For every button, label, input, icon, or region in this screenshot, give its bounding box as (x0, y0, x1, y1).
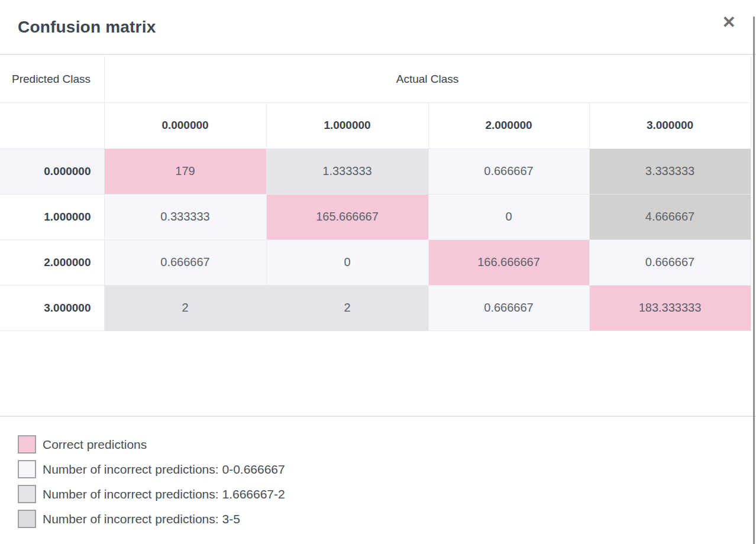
column-header: 1.000000 (266, 102, 428, 148)
legend-item-label: Number of incorrect predictions: 3-5 (43, 512, 240, 526)
legend-item-label: Number of incorrect predictions: 1.66666… (43, 487, 285, 501)
confusion-matrix-table: Predicted Class Actual Class 0.000000 1.… (0, 56, 751, 331)
matrix-cell: 1.333333 (266, 148, 428, 194)
vertical-scrollbar[interactable] (753, 17, 755, 544)
column-header: 0.000000 (104, 102, 266, 148)
table-row: 0.000000 179 1.333333 0.666667 3.333333 (0, 148, 751, 194)
row-header: 0.000000 (0, 148, 104, 194)
legend: Correct predictions Number of incorrect … (18, 435, 285, 535)
matrix-cell: 3.333333 (589, 148, 751, 194)
incorrect-mid-color-swatch (18, 485, 36, 503)
matrix-cell: 179 (104, 148, 266, 194)
legend-item-label: Correct predictions (43, 438, 147, 452)
row-header: 2.000000 (0, 239, 104, 285)
legend-separator (0, 416, 756, 417)
legend-item-incorrect-mid: Number of incorrect predictions: 1.66666… (18, 485, 285, 503)
matrix-cell: 0.666667 (589, 239, 751, 285)
matrix-cell: 0.666667 (428, 148, 589, 194)
legend-item-incorrect-low: Number of incorrect predictions: 0-0.666… (18, 460, 285, 478)
column-header: 2.000000 (428, 102, 589, 148)
dialog-title: Confusion matrix (18, 18, 156, 37)
incorrect-low-color-swatch (18, 460, 36, 478)
incorrect-high-color-swatch (18, 510, 36, 528)
matrix-cell: 183.333333 (589, 285, 751, 331)
matrix-cell: 2 (104, 285, 266, 331)
actual-class-axis-label: Actual Class (104, 56, 751, 102)
matrix-cell: 2 (266, 285, 428, 331)
matrix-cell: 0.333333 (104, 194, 266, 239)
matrix-cell: 4.666667 (589, 194, 751, 239)
matrix-cell: 0.666667 (104, 239, 266, 285)
corner-blank-cell (0, 102, 104, 148)
legend-item-incorrect-high: Number of incorrect predictions: 3-5 (18, 510, 285, 528)
predicted-class-axis-label: Predicted Class (0, 56, 104, 102)
row-header: 1.000000 (0, 194, 104, 239)
matrix-cell: 166.666667 (428, 239, 589, 285)
correct-color-swatch (18, 435, 36, 454)
matrix-cell: 0 (266, 239, 428, 285)
table-row: 1.000000 0.333333 165.666667 0 4.666667 (0, 194, 751, 239)
matrix-cell: 0 (428, 194, 589, 239)
legend-item-correct: Correct predictions (18, 435, 285, 454)
matrix-cell: 165.666667 (266, 194, 428, 239)
confusion-matrix-dialog: Confusion matrix ✕ Predicted Class Actua… (0, 0, 756, 544)
close-icon[interactable]: ✕ (722, 14, 736, 31)
matrix-cell: 0.666667 (428, 285, 589, 331)
legend-item-label: Number of incorrect predictions: 0-0.666… (43, 462, 285, 477)
column-header: 3.000000 (589, 102, 751, 148)
table-row: 3.000000 2 2 0.666667 183.333333 (0, 285, 751, 331)
table-row: 2.000000 0.666667 0 166.666667 0.666667 (0, 239, 751, 285)
dialog-header: Confusion matrix (0, 0, 756, 55)
row-header: 3.000000 (0, 285, 104, 331)
